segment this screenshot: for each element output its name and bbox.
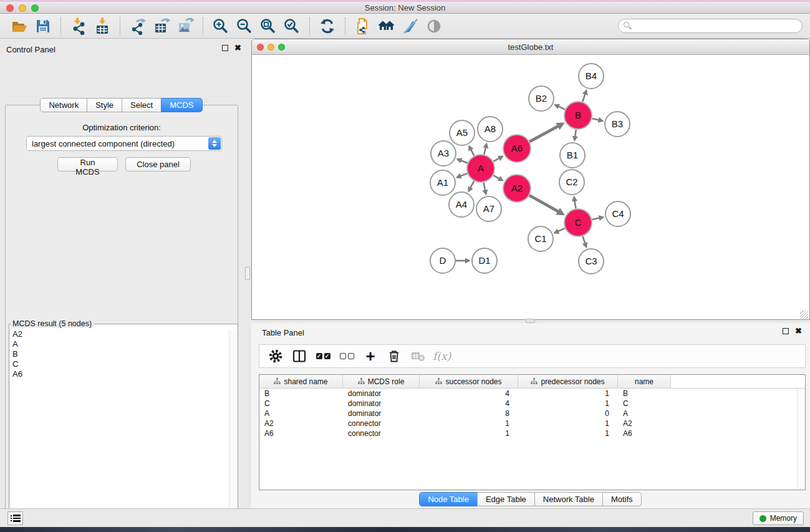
column-header-mcds-role[interactable]: MCDS role [343,375,420,388]
zoom-out-icon[interactable] [235,17,254,36]
graph-node-B4[interactable]: B4 [579,64,604,89]
show-hide-eye-icon[interactable] [425,17,443,36]
mcds-result-item[interactable]: A [10,339,228,349]
graph-edge-A-A4[interactable] [470,181,474,188]
table-row[interactable]: Cdominator41C [259,399,805,409]
export-table-icon[interactable] [152,17,171,36]
export-network-icon[interactable] [128,17,147,36]
graph-node-C2[interactable]: C2 [559,170,584,195]
graph-node-A[interactable]: A [467,155,494,182]
horizontal-splitter-handle[interactable] [526,319,535,323]
network-canvas[interactable]: B4B2BB3A5A8A6A3B1AA1C2A2A4A7C4CC1DD1C3 [252,55,809,320]
tab-network[interactable]: Network [40,98,87,112]
vertical-splitter-handle[interactable] [245,267,250,280]
save-session-icon[interactable] [34,17,52,36]
table-row[interactable]: Adominator80A [259,409,805,418]
graph-edge-A2-C[interactable] [529,195,558,211]
tab-mcds[interactable]: MCDS [161,98,202,112]
graph-node-C1[interactable]: C1 [528,226,553,251]
column-header-name[interactable]: name [618,375,671,388]
graph-node-A5[interactable]: A5 [450,120,475,145]
optimization-criterion-select[interactable]: largest connected component (directed) [26,136,222,151]
memory-button[interactable]: Memory [753,511,804,525]
open-session-icon[interactable] [10,17,29,36]
graph-node-C[interactable]: C [564,209,592,236]
deselect-all-columns-icon[interactable] [338,347,355,365]
graph-edge-A-A1[interactable] [460,173,467,176]
resize-grip-icon[interactable] [800,311,808,319]
close-table-panel-icon[interactable]: ✖ [795,328,802,334]
delete-column-icon[interactable] [385,347,403,365]
mcds-result-item[interactable]: C [10,359,228,369]
zoom-in-icon[interactable] [211,17,230,36]
graph-node-B3[interactable]: B3 [605,112,630,137]
zoom-selected-icon[interactable] [282,17,301,36]
graph-node-B[interactable]: B [564,102,592,129]
graph-edge-C-C2[interactable] [575,201,576,208]
table-row[interactable]: A6connector11A6 [259,428,805,438]
graph-edge-B-B1[interactable] [575,130,576,137]
table-row[interactable]: Bdominator41B [259,389,805,399]
zoom-fit-icon[interactable] [259,17,277,36]
result-scrollbar[interactable] [229,329,237,532]
graph-node-C4[interactable]: C4 [605,201,630,226]
graph-edge-C-C1[interactable] [558,228,565,231]
graph-node-A8[interactable]: A8 [478,117,503,142]
export-image-icon[interactable] [176,17,195,36]
tab-edge-table[interactable]: Edge Table [477,492,535,506]
float-panel-icon[interactable] [222,45,228,51]
mcds-result-item[interactable]: A2 [10,329,228,339]
function-builder-icon[interactable]: f(x) [433,347,451,365]
tab-select[interactable]: Select [122,98,162,112]
float-table-panel-icon[interactable] [783,328,789,334]
graph-edge-A-A5[interactable] [471,150,474,156]
graph-node-A2[interactable]: A2 [503,175,531,202]
graph-edge-C-C4[interactable] [592,218,599,220]
search-input[interactable] [618,19,803,33]
graph-node-B1[interactable]: B1 [560,143,585,168]
tab-node-table[interactable]: Node Table [419,492,478,506]
column-header-predecessor-nodes[interactable]: predecessor nodes [518,375,618,388]
show-column-panel-icon[interactable] [291,347,308,365]
graph-edge-A-A7[interactable] [484,183,486,191]
close-panel-icon[interactable]: ✖ [234,45,241,51]
table-settings-gear-icon[interactable] [267,347,284,365]
home-icon[interactable] [377,17,396,36]
graph-edge-A6-B[interactable] [529,126,558,142]
mcds-result-item[interactable]: B [10,349,228,359]
graph-node-D[interactable]: D [430,248,455,273]
table-row[interactable]: A2connector11A2 [259,418,805,428]
graph-edge-A-A2[interactable] [493,175,499,178]
graph-edge-B-B4[interactable] [582,94,585,102]
close-panel-button[interactable]: Close panel [125,157,191,172]
refresh-icon[interactable] [318,17,337,36]
run-mcds-button[interactable]: Run MCDS [57,157,118,172]
tab-motifs[interactable]: Motifs [602,492,642,506]
column-header-shared-name[interactable]: shared name [259,375,343,388]
import-table-icon[interactable] [93,17,112,36]
tab-style[interactable]: Style [87,98,122,112]
mcds-result-item[interactable]: A6 [10,369,228,379]
graph-edge-A-A8[interactable] [484,148,486,155]
graph-node-A6[interactable]: A6 [503,135,531,162]
graph-node-C3[interactable]: C3 [579,249,604,274]
graph-edge-A-A3[interactable] [461,160,467,163]
graph-node-A3[interactable]: A3 [431,141,456,166]
column-header-successor-nodes[interactable]: successor nodes [420,375,518,388]
graph-edge-B-B3[interactable] [592,118,599,120]
graph-node-D1[interactable]: D1 [472,248,497,273]
graph-node-A4[interactable]: A4 [449,192,474,217]
graph-node-A1[interactable]: A1 [430,170,455,195]
select-all-columns-icon[interactable]: ✓✓ [314,347,332,365]
tab-network-table[interactable]: Network Table [534,492,603,506]
delete-table-icon[interactable] [409,347,427,365]
graph-edge-C-C3[interactable] [582,236,585,243]
graphics-details-icon[interactable] [401,17,420,36]
graph-node-B2[interactable]: B2 [529,86,554,111]
task-history-list-icon[interactable] [7,511,23,525]
graph-edge-A-A6[interactable] [493,158,499,162]
network-from-selection-icon[interactable] [354,17,372,36]
graph-node-A7[interactable]: A7 [476,196,501,221]
graph-edge-B-B2[interactable] [559,107,565,110]
table-scrollbar[interactable] [797,389,805,490]
